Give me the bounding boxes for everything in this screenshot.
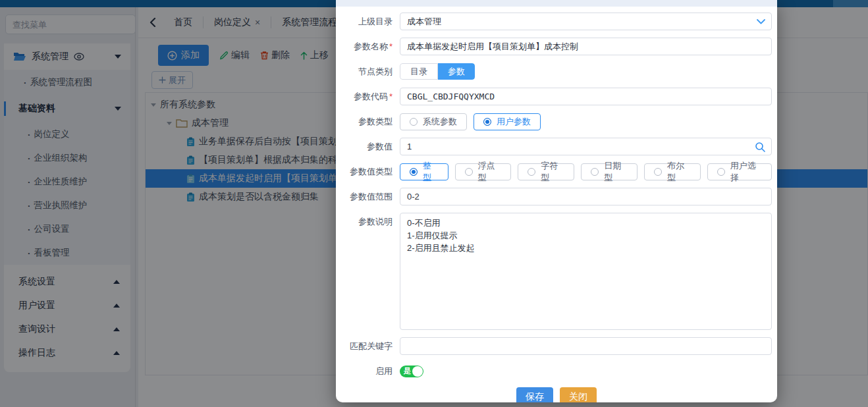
field-label: 参数值范围 bbox=[336, 188, 400, 205]
radio-icon bbox=[410, 168, 418, 176]
radio-user-parameter[interactable]: 用户参数 bbox=[474, 113, 541, 130]
chevron-down-icon[interactable] bbox=[757, 19, 765, 24]
dialog-footer: 保存 关闭 bbox=[336, 387, 777, 402]
field-label: 参数类型 bbox=[336, 113, 400, 130]
field-label: 参数值 bbox=[336, 138, 400, 155]
value-range-input[interactable] bbox=[400, 188, 772, 205]
radio-user-select[interactable]: 用户选择 bbox=[707, 163, 772, 180]
radio-float[interactable]: 浮点型 bbox=[455, 163, 512, 180]
node-type-option-parameter[interactable]: 参数 bbox=[438, 63, 475, 80]
node-type-segmented-control: 目录 参数 bbox=[400, 63, 475, 80]
field-label: 节点类别 bbox=[336, 63, 400, 80]
parameter-value-input[interactable] bbox=[400, 138, 772, 155]
dialog-header-edge bbox=[336, 0, 777, 7]
field-label: 参数名称* bbox=[336, 38, 400, 55]
radio-icon bbox=[410, 118, 418, 126]
parameter-code-input[interactable] bbox=[400, 88, 772, 105]
parameter-edit-dialog: 上级目录 参数名称* 节点类别 bbox=[336, 0, 777, 402]
page: 系统管理 系统管理流程图 基础资料 bbox=[0, 0, 868, 407]
enabled-toggle[interactable]: 是 bbox=[400, 366, 423, 377]
close-button[interactable]: 关闭 bbox=[560, 387, 597, 402]
value-type-radio-group: 整型 浮点型 字符型 日期型 bbox=[400, 163, 772, 180]
radio-icon bbox=[591, 168, 599, 176]
radio-icon bbox=[717, 168, 725, 176]
radio-icon bbox=[654, 168, 662, 176]
field-label: 上级目录 bbox=[336, 13, 400, 30]
parameter-type-radio-group: 系统参数 用户参数 bbox=[400, 113, 541, 130]
radio-icon bbox=[528, 168, 535, 176]
parameter-form: 上级目录 参数名称* 节点类别 bbox=[336, 7, 777, 402]
parent-directory-select[interactable] bbox=[400, 13, 772, 30]
field-label: 参数说明 bbox=[336, 213, 400, 231]
parameter-description-textarea[interactable]: 0-不启用 1-启用仅提示 2-启用且禁止发起 bbox=[400, 213, 772, 330]
required-mark: * bbox=[389, 41, 393, 51]
radio-integer[interactable]: 整型 bbox=[400, 163, 448, 180]
radio-date[interactable]: 日期型 bbox=[581, 163, 637, 180]
node-type-option-directory[interactable]: 目录 bbox=[400, 63, 438, 80]
save-button[interactable]: 保存 bbox=[516, 387, 553, 402]
match-keyword-input[interactable] bbox=[400, 337, 772, 355]
field-label: 参数值类型 bbox=[336, 163, 400, 180]
radio-boolean[interactable]: 布尔型 bbox=[644, 163, 701, 180]
radio-icon bbox=[483, 118, 491, 126]
toggle-on-label: 是 bbox=[400, 366, 411, 376]
field-label: 参数代码* bbox=[336, 88, 400, 105]
parameter-name-input[interactable] bbox=[400, 38, 772, 55]
radio-icon bbox=[465, 168, 473, 176]
required-mark: * bbox=[389, 92, 393, 101]
search-icon[interactable] bbox=[755, 142, 765, 152]
radio-string[interactable]: 字符型 bbox=[518, 163, 574, 180]
radio-system-parameter[interactable]: 系统参数 bbox=[400, 113, 467, 130]
field-label: 匹配关键字 bbox=[336, 337, 400, 355]
toggle-knob bbox=[412, 366, 423, 377]
field-label: 启用 bbox=[336, 362, 400, 380]
